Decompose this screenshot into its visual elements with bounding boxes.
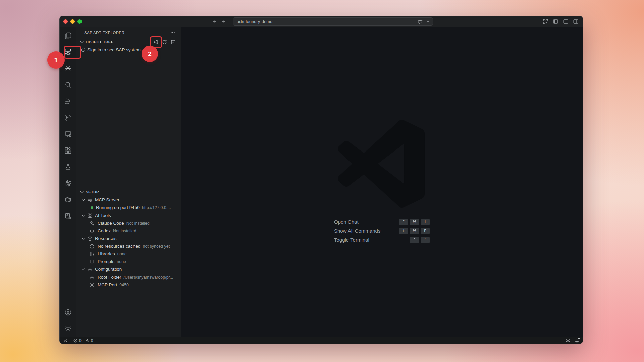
tree-row-resources[interactable]: Resources [76, 235, 181, 242]
error-icon [73, 338, 78, 343]
gear-icon [89, 275, 95, 280]
shortcut-open-chat: Open Chat ^ ⌘ I [334, 217, 430, 226]
tree-label: Running on port 9450 [96, 205, 140, 210]
key-i: I [421, 219, 430, 225]
tree-value: Not installed [126, 221, 150, 226]
annotation-highlight-sap-icon [64, 46, 81, 59]
command-center-search[interactable]: adri-foundry-demo [233, 17, 433, 26]
sign-in-message-row[interactable]: Sign in to see SAP system [76, 46, 181, 54]
notifications-bell-icon[interactable] [575, 338, 579, 343]
problems-indicator[interactable]: 0 0 [73, 338, 95, 343]
search-icon[interactable] [60, 76, 76, 93]
toggle-primary-sidebar-icon[interactable] [553, 19, 558, 24]
zoom-window-button[interactable] [77, 19, 82, 24]
refresh-icon[interactable] [162, 39, 167, 45]
key-ctrl: ^ [399, 219, 408, 225]
info-icon [80, 47, 86, 52]
key-shift: ⇧ [399, 228, 408, 234]
package-icon [87, 236, 93, 241]
view-more-actions-icon[interactable] [170, 30, 175, 35]
setup-header: SETUP [86, 190, 181, 194]
key-ctrl: ^ [410, 237, 419, 243]
minimize-window-button[interactable] [70, 19, 75, 24]
toggle-panel-icon[interactable] [563, 19, 569, 24]
close-window-button[interactable] [63, 19, 68, 24]
tree-row-prompts[interactable]: Prompts none [76, 258, 181, 265]
extensions-icon[interactable] [60, 142, 76, 159]
section-object-tree[interactable]: OBJECT TREE [76, 38, 181, 46]
tree-label: AI Tools [95, 213, 111, 218]
code-settings-icon[interactable] [60, 208, 76, 224]
key-p: P [421, 228, 430, 234]
accounts-icon[interactable] [60, 304, 76, 320]
tree-row-mcp-port[interactable]: MCP Port 9450 [76, 281, 181, 289]
tree-value: 9450 [119, 283, 129, 287]
source-control-icon[interactable] [60, 109, 76, 126]
chevron-down-icon [80, 267, 86, 272]
library-icon [89, 251, 95, 257]
key-cmd: ⌘ [410, 219, 419, 225]
run-and-debug-icon[interactable] [60, 93, 76, 109]
tree-label: Libraries [98, 251, 115, 256]
robot-icon [89, 228, 95, 234]
tree-row-claude-code[interactable]: Claude Code Not installed [76, 219, 181, 227]
python-icon[interactable] [60, 175, 76, 191]
chat-dropdown-chevron-icon[interactable] [426, 20, 430, 24]
activity-bar [60, 27, 76, 337]
tree-row-ai-tools[interactable]: AI Tools [76, 212, 181, 219]
tree-value: http://127.0.0.... [142, 205, 171, 210]
remote-indicator-icon[interactable] [63, 338, 68, 343]
containers-icon[interactable] [60, 191, 76, 208]
tree-row-configuration[interactable]: Configuration [76, 265, 181, 273]
tree-value: Not installed [113, 229, 136, 233]
tree-value: not synced yet [143, 244, 170, 249]
tree-label: Resources [95, 236, 117, 241]
tree-row-server-status[interactable]: Running on port 9450 http://127.0.0.... [76, 204, 181, 212]
customize-layout-icon[interactable] [543, 19, 548, 24]
error-count: 0 [79, 338, 82, 343]
key-backtick: ` [421, 237, 430, 243]
traffic-lights [63, 19, 82, 24]
testing-icon[interactable] [60, 159, 76, 175]
shortcut-label: Toggle Terminal [334, 237, 410, 243]
tree-row-resource-cache[interactable]: No resources cached not synced yet [76, 242, 181, 250]
tree-row-mcp-server[interactable]: MCP Server [76, 196, 181, 204]
tree-row-root-folder[interactable]: Root Folder /Users/shyamswaroop/pr... [76, 273, 181, 281]
tree-label: Configuration [95, 267, 122, 272]
titlebar: adri-foundry-demo [60, 16, 583, 27]
tree-value: none [117, 252, 127, 256]
copilot-status-icon[interactable] [565, 338, 571, 343]
shortcut-show-all-commands: Show All Commands ⇧ ⌘ P [334, 226, 430, 235]
remote-explorer-icon[interactable] [60, 126, 76, 142]
section-setup: SETUP MCP Server Running on port 9450 ht… [76, 188, 181, 289]
sidebar-sap-adt-explorer: SAP ADT EXPLORER OBJECT TREE [76, 27, 181, 337]
running-status-dot [91, 206, 93, 209]
navigate-back-icon[interactable] [211, 19, 217, 24]
tree-label: Codex [98, 228, 111, 233]
explorer-icon[interactable] [60, 27, 76, 44]
collapse-all-icon[interactable] [170, 39, 176, 45]
annotation-step-1-badge: 1 [47, 51, 65, 69]
tree-value: none [117, 259, 126, 264]
tree-row-codex[interactable]: Codex Not installed [76, 227, 181, 235]
sparkle-icon [89, 221, 95, 226]
tree-label: MCP Port [98, 282, 117, 287]
server-gear-icon [87, 197, 93, 203]
annotation-step-2-badge: 2 [142, 46, 158, 62]
navigate-forward-icon[interactable] [221, 19, 227, 24]
tree-value: /Users/shyamswaroop/pr... [124, 275, 173, 280]
chevron-down-icon [79, 189, 85, 195]
shortcut-toggle-terminal: Toggle Terminal ^ ` [334, 235, 430, 244]
package-icon [89, 244, 95, 249]
sign-in-message: Sign in to see SAP system [87, 47, 141, 52]
toggle-secondary-sidebar-icon[interactable] [573, 19, 579, 24]
watermark-shortcuts: Open Chat ^ ⌘ I Show All Commands ⇧ ⌘ P [334, 217, 430, 244]
sidebar-title: SAP ADT EXPLORER [84, 31, 170, 35]
copilot-chat-icon[interactable] [418, 19, 423, 24]
setup-header-row[interactable]: SETUP [76, 188, 181, 196]
chevron-down-icon [80, 213, 86, 218]
command-center-text: adri-foundry-demo [237, 19, 272, 24]
key-cmd: ⌘ [410, 228, 419, 234]
tree-row-libraries[interactable]: Libraries none [76, 250, 181, 258]
settings-gear-icon[interactable] [60, 320, 76, 337]
